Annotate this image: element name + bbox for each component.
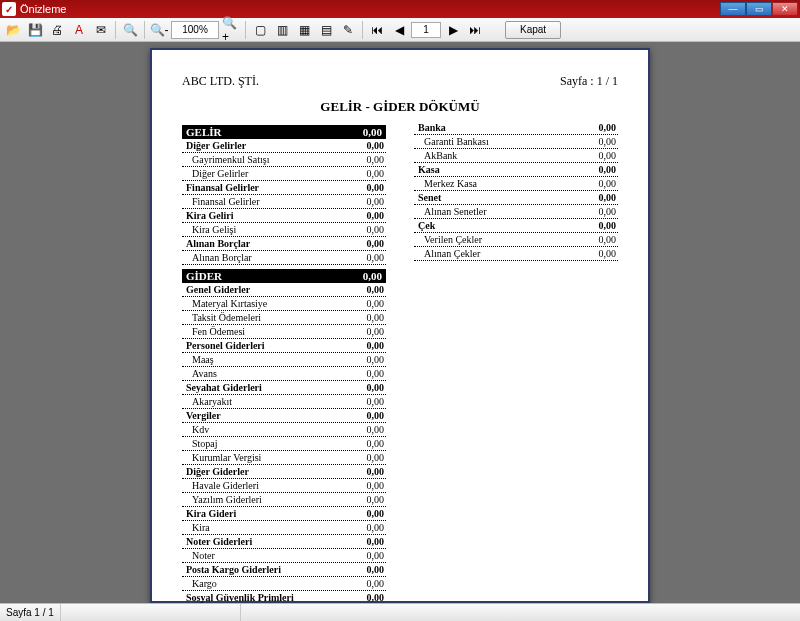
window-title: Önizleme bbox=[20, 3, 720, 15]
prev-page-icon[interactable]: ◀ bbox=[389, 20, 409, 40]
close-button[interactable]: ✕ bbox=[772, 2, 798, 16]
row-value: 0,00 bbox=[367, 452, 387, 463]
report-row: Kargo0,00 bbox=[182, 577, 386, 591]
row-label: Senet bbox=[414, 192, 441, 203]
row-label: Kira Gideri bbox=[182, 508, 236, 519]
row-label: Kurumlar Vergisi bbox=[182, 452, 261, 463]
row-value: 0,00 bbox=[367, 438, 387, 449]
two-page-icon[interactable]: ▦ bbox=[294, 20, 314, 40]
page-setup-icon[interactable]: ▤ bbox=[316, 20, 336, 40]
row-label: Posta Kargo Giderleri bbox=[182, 564, 281, 575]
row-label: Diğer Gelirler bbox=[182, 168, 248, 179]
report-viewer[interactable]: ABC LTD. ŞTİ. Sayfa : 1 / 1 GELİR - GİDE… bbox=[0, 42, 800, 603]
fullpage-icon[interactable]: ▢ bbox=[250, 20, 270, 40]
row-value: 0,00 bbox=[367, 410, 387, 421]
section-header: GELİR0,00 bbox=[182, 125, 386, 139]
section-title: GELİR bbox=[186, 126, 221, 138]
report-row: Materyal Kırtasiye0,00 bbox=[182, 297, 386, 311]
report-row: Noter0,00 bbox=[182, 549, 386, 563]
row-label: Fen Ödemesi bbox=[182, 326, 245, 337]
report-row: Finansal Gelirler0,00 bbox=[182, 181, 386, 195]
minimize-button[interactable]: — bbox=[720, 2, 746, 16]
toolbar-separator bbox=[115, 21, 116, 39]
find-icon[interactable]: 🔍 bbox=[120, 20, 140, 40]
row-value: 0,00 bbox=[367, 466, 387, 477]
report-row: Alınan Çekler0,00 bbox=[414, 247, 618, 261]
next-page-icon[interactable]: ▶ bbox=[443, 20, 463, 40]
open-icon[interactable]: 📂 bbox=[3, 20, 23, 40]
row-value: 0,00 bbox=[599, 164, 619, 175]
zoom-out-icon[interactable]: 🔍- bbox=[149, 20, 169, 40]
report-row: Posta Kargo Giderleri0,00 bbox=[182, 563, 386, 577]
row-value: 0,00 bbox=[367, 564, 387, 575]
row-label: Maaş bbox=[182, 354, 214, 365]
row-label: Noter Giderleri bbox=[182, 536, 252, 547]
pdf-icon[interactable]: A bbox=[69, 20, 89, 40]
report-row: Yazılım Giderleri0,00 bbox=[182, 493, 386, 507]
row-value: 0,00 bbox=[599, 150, 619, 161]
row-label: Merkez Kasa bbox=[414, 178, 477, 189]
report-row: Avans0,00 bbox=[182, 367, 386, 381]
report-row: Noter Giderleri0,00 bbox=[182, 535, 386, 549]
zoom-in-icon[interactable]: 🔍+ bbox=[221, 20, 241, 40]
report-row: AkBank0,00 bbox=[414, 149, 618, 163]
report-title: GELİR - GİDER DÖKÜMÜ bbox=[182, 99, 618, 115]
row-label: Alınan Senetler bbox=[414, 206, 486, 217]
report-row: Garanti Bankası0,00 bbox=[414, 135, 618, 149]
row-value: 0,00 bbox=[367, 578, 387, 589]
window-buttons: — ▭ ✕ bbox=[720, 2, 798, 16]
section-title: GİDER bbox=[186, 270, 222, 282]
page-width-icon[interactable]: ▥ bbox=[272, 20, 292, 40]
row-label: Alınan Borçlar bbox=[182, 252, 252, 263]
zoom-combo[interactable]: 100% bbox=[171, 21, 219, 39]
row-value: 0,00 bbox=[367, 340, 387, 351]
section-total: 0,00 bbox=[363, 126, 382, 138]
last-page-icon[interactable]: ⏭ bbox=[465, 20, 485, 40]
first-page-icon[interactable]: ⏮ bbox=[367, 20, 387, 40]
row-value: 0,00 bbox=[367, 508, 387, 519]
row-value: 0,00 bbox=[367, 284, 387, 295]
row-value: 0,00 bbox=[367, 536, 387, 547]
row-label: Sosyal Güvenlik Primleri bbox=[182, 592, 294, 603]
row-value: 0,00 bbox=[367, 224, 387, 235]
email-icon[interactable]: ✉ bbox=[91, 20, 111, 40]
row-label: Materyal Kırtasiye bbox=[182, 298, 267, 309]
row-label: Banka bbox=[414, 122, 446, 133]
status-page: Sayfa 1 / 1 bbox=[0, 604, 61, 621]
status-spacer bbox=[61, 604, 241, 621]
row-label: Verilen Çekler bbox=[414, 234, 482, 245]
row-label: Yazılım Giderleri bbox=[182, 494, 262, 505]
row-label: Personel Giderleri bbox=[182, 340, 265, 351]
edit-icon[interactable]: ✎ bbox=[338, 20, 358, 40]
row-value: 0,00 bbox=[367, 326, 387, 337]
row-value: 0,00 bbox=[367, 182, 387, 193]
report-page: ABC LTD. ŞTİ. Sayfa : 1 / 1 GELİR - GİDE… bbox=[150, 48, 650, 603]
row-value: 0,00 bbox=[367, 494, 387, 505]
report-row: Gayrimenkul Satışı0,00 bbox=[182, 153, 386, 167]
print-icon[interactable]: 🖨 bbox=[47, 20, 67, 40]
report-row: Çek0,00 bbox=[414, 219, 618, 233]
report-row: Stopaj0,00 bbox=[182, 437, 386, 451]
row-value: 0,00 bbox=[599, 136, 619, 147]
report-row: Finansal Gelirler0,00 bbox=[182, 195, 386, 209]
row-label: Diğer Giderler bbox=[182, 466, 249, 477]
maximize-button[interactable]: ▭ bbox=[746, 2, 772, 16]
close-report-button[interactable]: Kapat bbox=[505, 21, 561, 39]
report-row: Genel Giderler0,00 bbox=[182, 283, 386, 297]
row-label: Kira Geliri bbox=[182, 210, 234, 221]
page-number-input[interactable] bbox=[411, 22, 441, 38]
app-icon: ✓ bbox=[2, 2, 16, 16]
row-value: 0,00 bbox=[367, 480, 387, 491]
row-value: 0,00 bbox=[367, 354, 387, 365]
save-icon[interactable]: 💾 bbox=[25, 20, 45, 40]
report-row: Sosyal Güvenlik Primleri0,00 bbox=[182, 591, 386, 603]
row-label: Kdv bbox=[182, 424, 209, 435]
toolbar-separator bbox=[144, 21, 145, 39]
row-value: 0,00 bbox=[367, 252, 387, 263]
left-column: GELİR0,00Diğer Gelirler0,00Gayrimenkul S… bbox=[182, 121, 386, 603]
section-total: 0,00 bbox=[363, 270, 382, 282]
row-label: Vergiler bbox=[182, 410, 221, 421]
row-label: Çek bbox=[414, 220, 435, 231]
row-label: Seyahat Giderleri bbox=[182, 382, 262, 393]
report-row: Alınan Borçlar0,00 bbox=[182, 251, 386, 265]
